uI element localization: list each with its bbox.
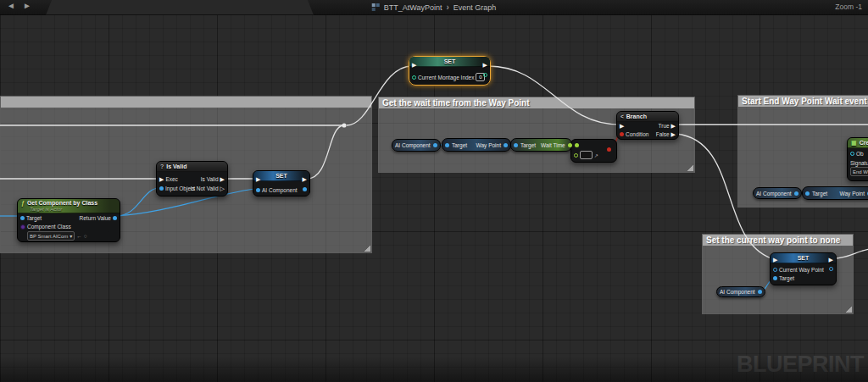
node-create-event[interactable]: ▦ Cre Ob Signatu End W <box>847 137 868 181</box>
comment-start-end-header[interactable]: Start End Way Point Wait event us <box>738 96 868 107</box>
comment-set-none-header[interactable]: Set the current way point to none <box>703 235 853 246</box>
signature-select-dropdown[interactable]: End W <box>850 167 868 176</box>
pin-label: Target <box>812 191 827 197</box>
pin-label: Target <box>779 275 794 281</box>
node-get-way-point-2[interactable]: Target Way Point <box>802 186 868 200</box>
node-set-current-way-point[interactable]: SET ▶ ▶ Current Way Point Target <box>770 252 837 285</box>
target-pin[interactable] <box>805 191 810 196</box>
comment-resize-handle[interactable] <box>687 164 693 171</box>
bool-out-pin[interactable] <box>607 147 611 152</box>
exec-in-pin[interactable]: ▶ <box>412 62 416 68</box>
node-compare-compact[interactable]: ↗ <box>570 139 617 163</box>
pin-label: Wait Time <box>541 142 565 148</box>
class-select-dropdown[interactable]: BP Smart AICom ▾ <box>27 231 75 241</box>
node-header: < Branch <box>617 112 678 122</box>
node-header: ? Is Valid <box>157 162 227 172</box>
node-title: SET <box>444 58 456 64</box>
node-set-ai-component[interactable]: SET ▶ ▶ AI Component <box>253 170 310 197</box>
exec-in-pin[interactable]: ▶ <box>773 257 777 263</box>
breadcrumb-asset[interactable]: BTT_AtWayPoint <box>384 3 442 12</box>
pin-label: Current Way Point <box>779 267 824 273</box>
comment-resize-handle[interactable] <box>364 245 370 252</box>
exec-out-pin[interactable]: ▶ <box>829 257 833 263</box>
pin-label: Target <box>520 142 536 148</box>
blueprint-grid-icon <box>372 3 380 11</box>
branch-icon: < <box>620 113 624 119</box>
browse-icon[interactable]: ○ <box>84 233 87 239</box>
pin-label: AI Component <box>756 191 792 197</box>
exec-out-pin[interactable]: ▶ <box>303 176 307 182</box>
exec-in-pin[interactable]: ▶ <box>620 123 624 129</box>
comment-resize-handle[interactable] <box>845 306 852 313</box>
int-pin[interactable] <box>412 75 416 80</box>
back-arrow-icon[interactable]: ◄ <box>7 1 15 10</box>
return-value-pin[interactable] <box>113 216 117 220</box>
node-get-way-point-1[interactable]: Target Way Point <box>442 138 511 152</box>
node-title: SET <box>275 173 287 179</box>
target-pin[interactable] <box>514 143 518 147</box>
is-not-valid-exec-pin[interactable]: ▷ <box>220 185 225 191</box>
current-way-point-pin[interactable] <box>773 268 777 272</box>
asset-tab[interactable] <box>46 0 314 15</box>
forward-arrow-icon[interactable]: ► <box>23 1 31 10</box>
node-title: Cre <box>860 140 868 146</box>
comment-wait-time-header[interactable]: Get the wait time from the Way Point <box>379 97 694 108</box>
target-pin[interactable] <box>20 216 25 220</box>
pin-label: Way Point <box>476 142 501 148</box>
object-pin[interactable] <box>256 188 260 192</box>
object-out-pin[interactable] <box>794 191 798 196</box>
pin-label: Is Valid <box>201 176 219 182</box>
comment-left-header[interactable] <box>1 97 371 108</box>
node-get-wait-time[interactable]: Target Wait Time <box>510 138 572 152</box>
exec-in-pin[interactable]: ▶ <box>256 176 260 182</box>
node-title: Get Component by Class <box>27 200 97 206</box>
node-is-valid[interactable]: ? Is Valid ▶Exec Input Object ▶Is Valid … <box>156 161 228 197</box>
object-out-pin[interactable] <box>504 143 508 147</box>
node-branch[interactable]: < Branch ▶ Condition ▶True ▶False <box>616 111 679 140</box>
exec-in-pin[interactable]: ▶ <box>159 176 164 182</box>
use-asset-icon[interactable]: ← <box>76 233 82 239</box>
pin-label: AI Component <box>720 289 755 295</box>
object-out-pin[interactable] <box>433 143 437 147</box>
float-in-pin[interactable] <box>575 143 579 147</box>
breadcrumb: BTT_AtWayPoint › Event Graph <box>372 0 497 14</box>
is-valid-exec-pin[interactable]: ▶ <box>220 176 225 182</box>
pin-label: AI Component <box>395 142 431 148</box>
object-out-pin[interactable] <box>829 267 833 271</box>
false-exec-pin[interactable]: ▶ <box>671 131 676 137</box>
class-pin[interactable] <box>20 224 25 230</box>
object-pin[interactable] <box>850 152 854 156</box>
true-exec-pin[interactable]: ▶ <box>671 123 676 129</box>
float-value-pin[interactable] <box>574 153 578 158</box>
event-icon: ▦ <box>851 140 857 147</box>
input-object-pin[interactable] <box>159 186 164 191</box>
comment-set-none-title: Set the current way point to none <box>706 235 840 245</box>
node-get-ai-component-3[interactable]: AI Component <box>716 286 765 297</box>
exec-out-pin[interactable]: ▶ <box>483 62 487 68</box>
pin-label: Exec <box>165 176 177 182</box>
target-pin[interactable] <box>773 276 777 280</box>
node-title: SET <box>798 255 810 261</box>
float-value-input[interactable] <box>580 151 593 159</box>
target-pin[interactable] <box>445 143 449 147</box>
node-header: ƒ Get Component by Class Target is Actor <box>18 199 120 213</box>
node-get-component-by-class[interactable]: ƒ Get Component by Class Target is Actor… <box>17 198 120 242</box>
object-out-pin[interactable] <box>303 187 307 191</box>
pin-label: Return Value <box>80 215 111 221</box>
node-get-ai-component-2[interactable]: AI Component <box>753 187 802 199</box>
float-out-pin[interactable] <box>568 143 572 147</box>
pin-label: Ob <box>856 151 864 157</box>
pin-label: True <box>658 123 669 129</box>
function-icon: ƒ <box>21 200 25 206</box>
comment-start-end-title: Start End Way Point Wait event us <box>742 97 868 106</box>
node-header: SET <box>771 253 836 263</box>
condition-pin[interactable] <box>620 132 624 136</box>
pin-label: Current Montage Index <box>418 75 474 80</box>
node-set-current-montage-index[interactable]: SET ▶ ▶ Current Montage Index 0 <box>409 56 491 86</box>
object-out-pin[interactable] <box>758 290 762 294</box>
node-get-ai-component-1[interactable]: AI Component <box>392 139 441 152</box>
promote-arrow-icon: ↗ <box>594 152 598 158</box>
breadcrumb-graph[interactable]: Event Graph <box>453 3 497 12</box>
int-out-pin[interactable] <box>483 73 487 77</box>
zoom-level-label: Zoom -1 <box>835 3 862 11</box>
